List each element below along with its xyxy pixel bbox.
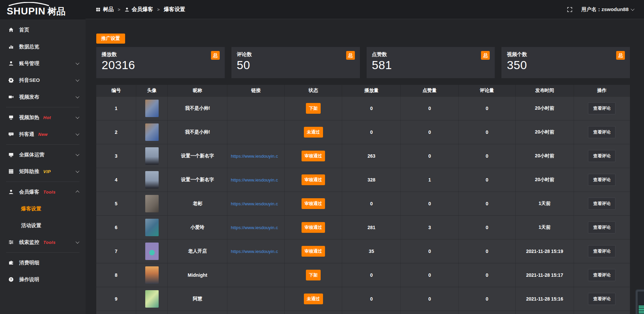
cell-nickname: 老人开店 — [168, 240, 227, 263]
username-dropdown[interactable]: 用户名：zswodun88 — [581, 6, 634, 13]
cell-avatar — [136, 311, 168, 314]
sidebar-item-help[interactable]: ?操作说明 — [0, 271, 86, 288]
chevron-down-icon — [75, 240, 79, 244]
user-icon — [8, 60, 14, 66]
cell-likes: 0 — [401, 192, 459, 215]
view-comments-button[interactable]: 查看评论 — [588, 102, 615, 114]
stat-card-label: 视频个数 — [507, 51, 625, 58]
promo-settings-button[interactable]: 推广设置 — [96, 34, 125, 44]
sidebar-item-sliders[interactable]: 线索监控Tools — [0, 234, 86, 251]
cell-action: 查看评论 — [574, 120, 630, 144]
avatar — [145, 171, 159, 189]
status-badge: 未通过 — [304, 127, 323, 138]
topbar: 树品>会员爆客>爆客设置 用户名：zswodun88 — [86, 0, 644, 19]
cell-link: https://www.iesdouyin.c — [227, 144, 284, 168]
sidebar-item-chart[interactable]: 数据总览 — [0, 38, 86, 55]
cell-action: 查看评论 — [574, 240, 630, 263]
cell-publish-time: 1天前 — [516, 216, 574, 239]
video-link[interactable]: https://www.iesdouyin.c — [227, 225, 284, 230]
cell-plays: 0 — [342, 97, 401, 120]
cell-link — [227, 287, 284, 311]
sidebar-subitem[interactable]: 活动设置 — [0, 217, 86, 234]
status-badge: 未通过 — [304, 294, 323, 304]
sidebar-item-member[interactable]: 会员爆客Tools — [0, 184, 86, 200]
sidebar-subitem[interactable]: 爆客设置 — [0, 200, 86, 217]
view-comments-button[interactable]: 查看评论 — [588, 245, 615, 257]
video-link[interactable]: https://www.iesdouyin.c — [227, 154, 284, 159]
view-comments-button[interactable]: 查看评论 — [588, 198, 615, 210]
view-comments-button[interactable]: 查看评论 — [588, 293, 615, 305]
sidebar-item-label: 抖客通 — [19, 131, 34, 138]
sidebar-item-grid[interactable]: 矩阵助推VIP — [0, 163, 86, 180]
sidebar-item-label: 线索监控 — [19, 239, 39, 246]
cell-comments: 0 — [459, 240, 516, 263]
breadcrumb-item[interactable]: 树品 — [96, 6, 114, 13]
sidebar-item-heat[interactable]: 视频加热Hot — [0, 109, 86, 126]
video-link[interactable]: https://www.iesdouyin.c — [227, 201, 284, 206]
table-row: 6小爱玲https://www.iesdouyin.c审核通过281301天前查… — [96, 215, 630, 239]
video-link[interactable]: https://www.iesdouyin.c — [227, 249, 284, 254]
sidebar-item-wallet[interactable]: 消费明细 — [0, 254, 86, 271]
cell-plays: 263 — [342, 144, 401, 168]
sidebar-item-chat[interactable]: 抖客通New — [0, 126, 86, 143]
view-comments-button[interactable]: 查看评论 — [588, 221, 615, 233]
sidebar-item-monitor[interactable]: 全媒体运营 — [0, 146, 86, 163]
status-badge: 审核通过 — [302, 174, 325, 185]
table-header: 编号头像昵称链接状态播放量点赞量评论量发布时间操作 — [96, 85, 630, 96]
username-label: 用户名：zswodun88 — [581, 6, 629, 13]
user-icon — [124, 7, 129, 12]
stat-card-label: 播放数 — [102, 51, 219, 58]
cell-action: 查看评论 — [574, 168, 630, 192]
view-comments-button[interactable]: 查看评论 — [588, 174, 615, 186]
cell-status: 审核通过 — [285, 240, 342, 263]
app-logo[interactable]: SHUPIN 树品 — [0, 0, 86, 19]
breadcrumb-item[interactable]: 爆客设置 — [164, 6, 185, 13]
table-row: 3设置一个新名字https://www.iesdouyin.c审核通过26300… — [96, 144, 630, 168]
cell-publish-time: 20小时前 — [516, 144, 574, 168]
cell-action: 查看评论 — [574, 287, 630, 311]
floating-widget[interactable] — [635, 289, 644, 314]
table-row: 5老彬https://www.iesdouyin.c审核通过0001天前查看评论 — [96, 192, 630, 215]
stat-card: 点赞数581总 — [367, 47, 495, 78]
cell-comments — [459, 311, 516, 314]
sidebar-item-user[interactable]: 账号管理 — [0, 55, 86, 72]
wallet-icon — [8, 260, 14, 266]
fullscreen-icon[interactable] — [567, 7, 573, 12]
status-badge: 下架 — [306, 270, 321, 280]
column-header: 编号 — [96, 85, 136, 96]
cell-likes: 1 — [401, 168, 459, 192]
view-comments-button[interactable]: 查看评论 — [588, 126, 615, 138]
avatar — [145, 243, 159, 260]
table-body: 1我不是小帅!下架00020小时前查看评论2我不是小帅!未通过00020小时前查… — [96, 96, 630, 314]
sidebar-item-video[interactable]: 视频发布 — [0, 89, 86, 105]
sidebar-item-label: 消费明细 — [19, 260, 39, 266]
view-comments-button[interactable]: 查看评论 — [588, 269, 615, 281]
breadcrumb-label: 树品 — [103, 6, 114, 13]
cell-action — [574, 311, 630, 314]
sidebar-item-label: 操作说明 — [19, 276, 39, 283]
sidebar-item-badge: Tools — [43, 240, 56, 245]
column-header: 状态 — [285, 85, 342, 96]
sidebar-divider — [6, 252, 79, 253]
stat-card-label: 评论数 — [237, 51, 355, 58]
view-comments-button[interactable]: 查看评论 — [588, 150, 615, 162]
table-row: 8Midnight下架0002021-11-28 15:17查看评论 — [96, 263, 630, 287]
cell-id: 1 — [96, 97, 136, 120]
sidebar-item-label: 数据总览 — [19, 44, 39, 50]
sidebar-item-home[interactable]: 首页 — [0, 21, 86, 38]
gear-icon — [8, 77, 14, 83]
chevron-down-icon — [75, 132, 79, 136]
chevron-down-icon — [75, 152, 79, 156]
video-link[interactable]: https://www.iesdouyin.c — [227, 177, 284, 182]
cell-nickname: 我不是小帅! — [168, 120, 227, 144]
cell-id — [96, 311, 136, 314]
cell-avatar — [136, 120, 168, 144]
breadcrumb-item[interactable]: 会员爆客 — [124, 6, 153, 13]
sidebar-item-gear[interactable]: 抖音SEO — [0, 72, 86, 89]
stat-card: 视频个数350总 — [501, 47, 630, 78]
stat-card: 评论数50总 — [231, 47, 360, 78]
cell-avatar — [136, 168, 168, 192]
cell-plays: 0 — [342, 287, 401, 311]
cell-avatar — [136, 97, 168, 120]
avatar — [145, 290, 159, 308]
